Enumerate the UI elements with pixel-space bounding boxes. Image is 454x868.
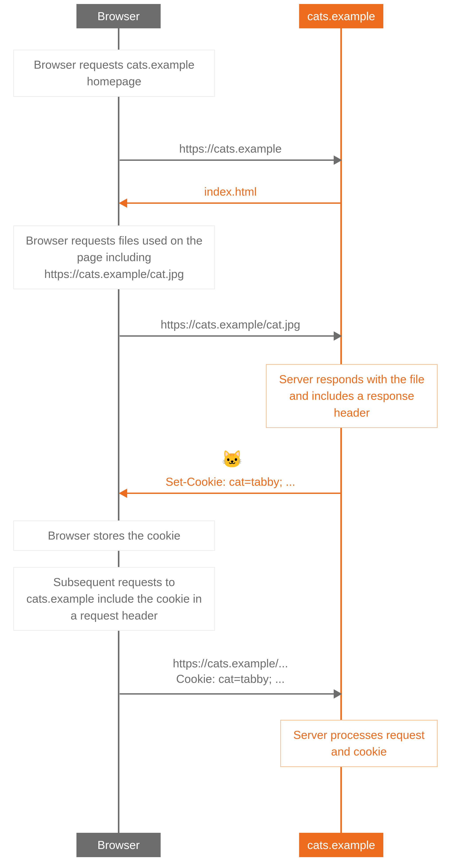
arrow-request-with-cookie bbox=[120, 693, 341, 694]
message-response-index: index.html bbox=[120, 184, 341, 199]
participant-server-top: cats.example bbox=[299, 4, 383, 28]
message-request-url: https://cats.example/... bbox=[173, 657, 288, 670]
note-browser-requests-homepage: Browser requests cats.example homepage bbox=[13, 50, 215, 97]
message-request-homepage: https://cats.example bbox=[120, 141, 341, 156]
note-server-responds-header: Server responds with the file and includ… bbox=[266, 364, 437, 428]
note-server-processes: Server processes request and cookie bbox=[280, 720, 437, 767]
lifeline-browser bbox=[118, 28, 119, 833]
message-set-cookie: Set-Cookie: cat=tabby; ... bbox=[120, 474, 341, 490]
arrow-response-index bbox=[120, 203, 341, 204]
note-browser-stores-cookie: Browser stores the cookie bbox=[13, 521, 215, 551]
arrow-request-catjpg bbox=[120, 335, 341, 337]
cat-icon: 🐱 bbox=[221, 449, 243, 469]
participant-server-bottom: cats.example bbox=[299, 833, 383, 857]
arrow-set-cookie bbox=[120, 493, 341, 494]
message-request-catjpg: https://cats.example/cat.jpg bbox=[120, 317, 341, 332]
participant-browser-top: Browser bbox=[77, 4, 161, 28]
participant-browser-bottom: Browser bbox=[77, 833, 161, 857]
arrow-request-homepage bbox=[120, 159, 341, 161]
message-request-cookie-header: Cookie: cat=tabby; ... bbox=[176, 673, 285, 685]
note-browser-requests-files: Browser requests files used on the page … bbox=[13, 225, 215, 289]
message-request-with-cookie: https://cats.example/... Cookie: cat=tab… bbox=[120, 656, 341, 687]
note-subsequent-requests: Subsequent requests to cats.example incl… bbox=[13, 567, 215, 631]
